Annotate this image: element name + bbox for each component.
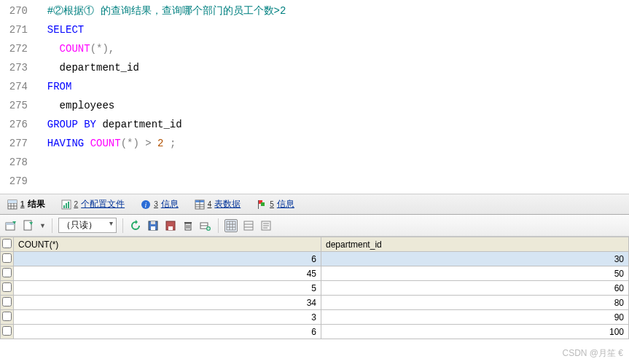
grid-cell[interactable]: 100: [321, 325, 629, 339]
grid-cell[interactable]: 50: [321, 266, 629, 281]
column-header[interactable]: department_id: [321, 237, 629, 252]
svg-rect-9: [68, 202, 69, 208]
view-form-icon[interactable]: [242, 219, 255, 232]
row-checkbox[interactable]: [2, 326, 12, 336]
new-row-icon[interactable]: [199, 219, 212, 232]
svg-rect-22: [24, 221, 31, 230]
row-header[interactable]: [1, 252, 14, 266]
tab-label: 信息: [277, 198, 294, 210]
table-row[interactable]: 3480: [1, 296, 629, 310]
row-checkbox[interactable]: [2, 297, 12, 306]
row-checkbox[interactable]: [2, 282, 12, 292]
row-header[interactable]: [1, 325, 14, 339]
tab-num: 1: [20, 200, 25, 208]
svg-text:i: i: [145, 201, 147, 209]
tab-tabledata[interactable]: 4 表数据: [190, 198, 246, 210]
grid-cell[interactable]: 5: [14, 281, 321, 296]
separator: [218, 218, 219, 233]
export-grid-icon[interactable]: [4, 219, 17, 232]
save-icon[interactable]: [146, 219, 160, 232]
row-checkbox[interactable]: [2, 253, 12, 263]
corner-cell[interactable]: [1, 237, 14, 252]
line-number: 273: [0, 58, 28, 77]
grid-cell[interactable]: 6: [14, 325, 321, 339]
grid-cell[interactable]: 3: [14, 310, 321, 325]
code-line[interactable]: SELECT: [35, 20, 629, 39]
line-number: 279: [0, 172, 28, 191]
line-gutter: 270271272273274275276277278279: [0, 1, 35, 191]
row-header[interactable]: [1, 281, 14, 296]
separator: [122, 218, 123, 233]
code-line[interactable]: HAVING COUNT(*) > 2 ;: [35, 134, 629, 153]
row-header[interactable]: [1, 266, 14, 281]
table-icon: [195, 199, 205, 210]
tab-label: 结果: [28, 198, 45, 210]
row-header[interactable]: [1, 310, 14, 325]
result-grid[interactable]: COUNT(*)department_id6304550560348039061…: [0, 237, 629, 339]
code-line[interactable]: department_id: [35, 58, 629, 77]
export-doc-icon[interactable]: [22, 219, 35, 232]
code-line[interactable]: [35, 172, 629, 191]
code-line[interactable]: COUNT(*),: [35, 39, 629, 58]
line-number: 278: [0, 153, 28, 172]
tab-num: 3: [154, 200, 158, 208]
grid-cell[interactable]: 80: [321, 296, 629, 310]
row-checkbox[interactable]: [2, 312, 12, 321]
tab-num: 4: [208, 200, 212, 208]
line-number: 272: [0, 39, 28, 58]
dropdown-arrow-icon[interactable]: ▼: [39, 222, 46, 229]
table-row[interactable]: 4550: [1, 266, 629, 281]
code-line[interactable]: FROM: [35, 77, 629, 96]
code-line[interactable]: GROUP BY department_id: [35, 115, 629, 134]
svg-rect-24: [151, 226, 155, 230]
tab-messages[interactable]: 5 信息: [252, 198, 299, 210]
flag-icon: [257, 199, 267, 210]
grid-cell[interactable]: 45: [14, 266, 321, 281]
grid-cell[interactable]: 90: [321, 310, 629, 325]
svg-rect-21: [6, 223, 15, 225]
column-header[interactable]: COUNT(*): [14, 237, 321, 252]
row-checkbox[interactable]: [2, 268, 12, 277]
tab-label: 信息: [161, 198, 179, 210]
info-icon: i: [141, 199, 151, 210]
select-all-checkbox[interactable]: [2, 239, 12, 248]
watermark: CSDN @月笙 €: [562, 347, 623, 360]
profile-icon: [61, 199, 71, 210]
code-area[interactable]: #②根据① 的查询结果，查询哪个部门的员工个数>2 SELECT COUNT(*…: [35, 1, 629, 191]
view-text-icon[interactable]: [259, 219, 273, 232]
grid-header: COUNT(*)department_id: [1, 237, 629, 252]
sql-editor[interactable]: 270271272273274275276277278279 #②根据① 的查询…: [0, 0, 629, 194]
line-number: 274: [0, 77, 28, 96]
grid-cell[interactable]: 34: [14, 296, 321, 310]
table-row[interactable]: 630: [1, 252, 629, 266]
tab-label: 个配置文件: [81, 198, 125, 210]
svg-rect-5: [8, 200, 17, 203]
code-line[interactable]: employees: [35, 96, 629, 115]
grid-toolbar: ▼ （只读） ▾: [0, 215, 629, 237]
line-number: 276: [0, 115, 28, 134]
code-line[interactable]: #②根据① 的查询结果，查询哪个部门的员工个数>2: [35, 1, 629, 20]
grid-cell[interactable]: 60: [321, 281, 629, 296]
table-row[interactable]: 6100: [1, 325, 629, 339]
code-line[interactable]: [35, 153, 629, 172]
row-header[interactable]: [1, 296, 14, 310]
tab-info[interactable]: i 3 信息: [136, 198, 183, 210]
grid-cell[interactable]: 6: [14, 252, 321, 266]
grid-cell[interactable]: 30: [321, 252, 629, 266]
cancel-icon[interactable]: [164, 219, 177, 232]
refresh-icon[interactable]: [129, 219, 142, 232]
mode-label: （只读）: [62, 220, 97, 230]
table-row[interactable]: 390: [1, 310, 629, 325]
mode-select[interactable]: （只读） ▾: [58, 218, 117, 233]
svg-rect-8: [66, 203, 67, 208]
tab-profile[interactable]: 2 个配置文件: [57, 198, 130, 210]
svg-rect-32: [184, 222, 192, 223]
line-number: 275: [0, 96, 28, 115]
tab-label: 表数据: [214, 198, 241, 210]
view-grid-icon[interactable]: [224, 219, 238, 232]
delete-icon[interactable]: [181, 219, 195, 232]
tab-num: 5: [270, 200, 274, 208]
grid-icon: [7, 199, 17, 210]
tab-results[interactable]: 1 结果: [3, 198, 50, 210]
table-row[interactable]: 560: [1, 281, 629, 296]
